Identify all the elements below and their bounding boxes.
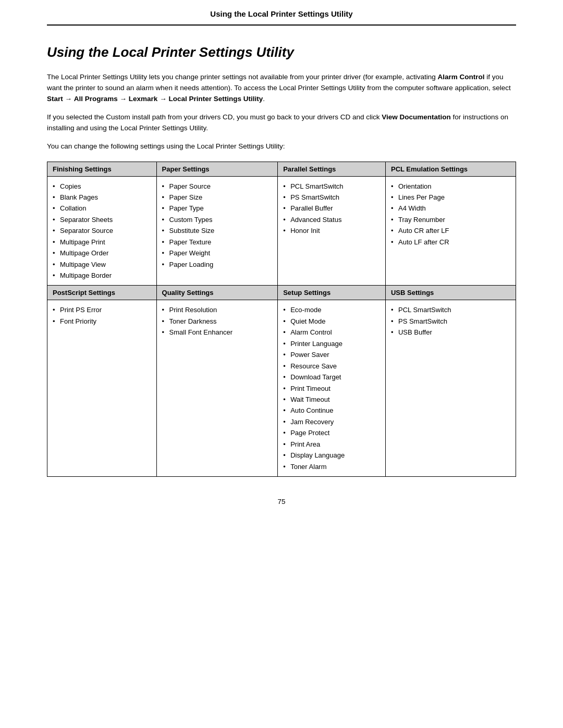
intro1-arrow3: →: [157, 95, 168, 103]
header-paper: Paper Settings: [156, 162, 278, 176]
list-item: Auto CR after LF: [391, 225, 510, 236]
list-item: Lines Per Page: [391, 192, 510, 203]
list-item: Substitute Size: [162, 225, 273, 236]
header-setup: Setup Settings: [278, 286, 386, 300]
header-bar: Using the Local Printer Settings Utility: [47, 0, 516, 26]
list-item: Auto Continue: [283, 405, 380, 416]
list-item: Paper Type: [162, 203, 273, 214]
setup-settings-cell: Eco-mode Quiet Mode Alarm Control Printe…: [278, 300, 386, 477]
list-item: Small Font Enhancer: [162, 327, 273, 338]
list-item: Toner Alarm: [283, 461, 380, 472]
list-item: Separator Sheets: [53, 214, 151, 225]
page-number: 75: [47, 498, 516, 505]
page-title: Using the Local Printer Settings Utility: [47, 44, 516, 60]
table-header-row-1: Finishing Settings Paper Settings Parall…: [47, 162, 516, 176]
list-item: Multipage View: [53, 259, 151, 270]
list-item: Parallel Buffer: [283, 203, 380, 214]
parallel-settings-cell: PCL SmartSwitch PS SmartSwitch Parallel …: [278, 176, 386, 286]
page-container: Using the Local Printer Settings Utility…: [0, 0, 563, 728]
intro-paragraph-1: The Local Printer Settings Utility lets …: [47, 72, 516, 105]
list-item: Paper Source: [162, 181, 273, 192]
intro1-period: .: [263, 95, 265, 103]
table-data-row-1: Copies Blank Pages Collation Separator S…: [47, 176, 516, 286]
list-item: USB Buffer: [391, 327, 510, 338]
intro1-start: Start: [47, 95, 63, 103]
settings-table: Finishing Settings Paper Settings Parall…: [47, 162, 516, 477]
list-item: Paper Weight: [162, 248, 273, 258]
paper-settings-cell: Paper Source Paper Size Paper Type Custo…: [156, 176, 278, 286]
intro-paragraph-3: You can change the following settings us…: [47, 141, 516, 152]
paper-list: Paper Source Paper Size Paper Type Custo…: [162, 181, 273, 270]
list-item: Printer Language: [283, 338, 380, 349]
finishing-list: Copies Blank Pages Collation Separator S…: [53, 181, 151, 281]
list-item: Jam Recovery: [283, 416, 380, 427]
usb-settings-cell: PCL SmartSwitch PS SmartSwitch USB Buffe…: [385, 300, 516, 477]
intro1-arrow2: →: [118, 95, 129, 103]
list-item: Toner Darkness: [162, 316, 273, 327]
pcl-list: Orientation Lines Per Page A4 Width Tray…: [391, 181, 510, 248]
header-quality: Quality Settings: [156, 286, 278, 300]
list-item: Honor Init: [283, 225, 380, 236]
header-pcl: PCL Emulation Settings: [385, 162, 516, 176]
list-item: PCL SmartSwitch: [391, 304, 510, 315]
header-usb: USB Settings: [385, 286, 516, 300]
intro1-allprograms: All Programs: [74, 95, 118, 103]
list-item: Font Priority: [53, 316, 151, 327]
list-item: Print PS Error: [53, 304, 151, 315]
list-item: Download Target: [283, 372, 380, 382]
parallel-list: PCL SmartSwitch PS SmartSwitch Parallel …: [283, 181, 380, 237]
list-item: PCL SmartSwitch: [283, 181, 380, 192]
intro1-arrow1: →: [63, 95, 74, 103]
quality-list: Print Resolution Toner Darkness Small Fo…: [162, 304, 273, 338]
list-item: Alarm Control: [283, 327, 380, 338]
list-item: Orientation: [391, 181, 510, 192]
pcl-settings-cell: Orientation Lines Per Page A4 Width Tray…: [385, 176, 516, 286]
list-item: Collation: [53, 203, 151, 214]
list-item: Print Area: [283, 439, 380, 450]
list-item: Multipage Order: [53, 248, 151, 258]
list-item: Separator Source: [53, 225, 151, 236]
list-item: Multipage Border: [53, 270, 151, 281]
intro1-utility: Local Printer Settings Utility: [168, 95, 263, 103]
list-item: Page Protect: [283, 427, 380, 438]
list-item: Paper Texture: [162, 237, 273, 248]
setup-list: Eco-mode Quiet Mode Alarm Control Printe…: [283, 304, 380, 472]
intro1-bold: Alarm Control: [438, 73, 485, 81]
intro-paragraph-2: If you selected the Custom install path …: [47, 112, 516, 134]
postscript-list: Print PS Error Font Priority: [53, 304, 151, 327]
list-item: Tray Renumber: [391, 214, 510, 225]
intro2-part1: If you selected the Custom install path …: [47, 113, 382, 121]
postscript-settings-cell: Print PS Error Font Priority: [47, 300, 157, 477]
list-item: Print Resolution: [162, 304, 273, 315]
list-item: Advanced Status: [283, 214, 380, 225]
list-item: Display Language: [283, 450, 380, 461]
quality-settings-cell: Print Resolution Toner Darkness Small Fo…: [156, 300, 278, 477]
list-item: A4 Width: [391, 203, 510, 214]
usb-list: PCL SmartSwitch PS SmartSwitch USB Buffe…: [391, 304, 510, 338]
list-item: Print Timeout: [283, 383, 380, 394]
intro1-lexmark: Lexmark: [129, 95, 158, 103]
list-item: Eco-mode: [283, 304, 380, 315]
list-item: Paper Loading: [162, 259, 273, 270]
list-item: PS SmartSwitch: [391, 316, 510, 327]
list-item: Blank Pages: [53, 192, 151, 203]
header-postscript: PostScript Settings: [47, 286, 157, 300]
table-header-row-2: PostScript Settings Quality Settings Set…: [47, 286, 516, 300]
header-finishing: Finishing Settings: [47, 162, 157, 176]
list-item: Paper Size: [162, 192, 273, 203]
intro2-bold1: View Documentation: [382, 113, 451, 121]
intro1-text: The Local Printer Settings Utility lets …: [47, 73, 438, 81]
header-parallel: Parallel Settings: [278, 162, 386, 176]
list-item: Quiet Mode: [283, 316, 380, 327]
list-item: Auto LF after CR: [391, 237, 510, 248]
table-data-row-2: Print PS Error Font Priority Print Resol…: [47, 300, 516, 477]
list-item: Multipage Print: [53, 237, 151, 248]
list-item: PS SmartSwitch: [283, 192, 380, 203]
list-item: Custom Types: [162, 214, 273, 225]
list-item: Resource Save: [283, 361, 380, 372]
list-item: Power Saver: [283, 349, 380, 360]
list-item: Wait Timeout: [283, 394, 380, 405]
finishing-settings-cell: Copies Blank Pages Collation Separator S…: [47, 176, 157, 286]
header-title: Using the Local Printer Settings Utility: [210, 9, 352, 18]
list-item: Copies: [53, 181, 151, 192]
